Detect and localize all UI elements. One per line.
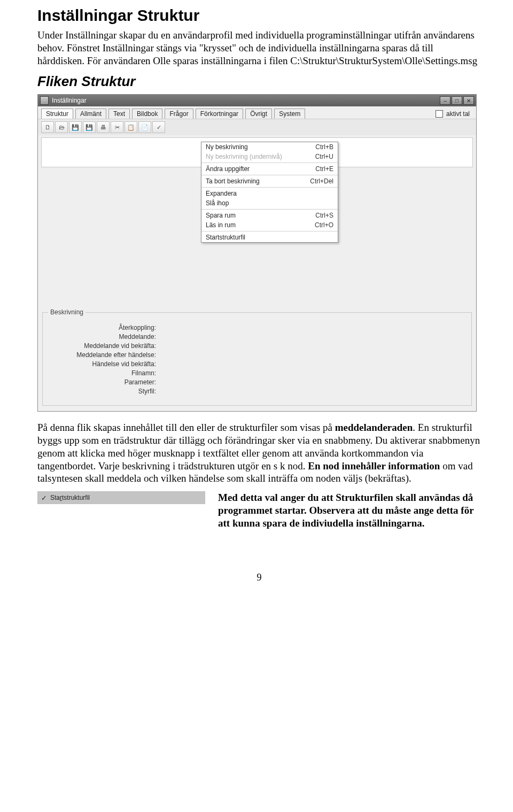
label-parameter: Parameter: (49, 378, 159, 386)
page-number: 9 (37, 572, 481, 583)
tab-fragor[interactable]: Frågor (165, 109, 193, 119)
cm-label: Läs in rum (206, 221, 315, 229)
label-meddelande-bekrafta: Meddelande vid bekräfta: (49, 342, 159, 350)
label-aterkoppling: Återkoppling: (49, 324, 159, 331)
cm-label: Spara rum (206, 212, 315, 219)
cm-label: Ändra uppgifter (206, 165, 315, 173)
toolbar: 🗋 🗁 💾 💾 🖶 ✂ 📋 📄 ✓ (38, 119, 476, 135)
tab-forkortningar[interactable]: Förkortningar (196, 109, 243, 119)
label-meddelande: Meddelande: (49, 333, 159, 341)
section-heading: Fliken Struktur (37, 73, 481, 90)
check-icon: ✓ (41, 494, 47, 502)
cm-separator (201, 175, 338, 175)
cm-label: Expandera (206, 190, 333, 197)
cm-shortcut: Ctrl+S (315, 212, 333, 219)
window-title: Inställningar (52, 97, 87, 104)
beskrivning-group: Beskrivning Återkoppling: Meddelande: Me… (42, 312, 472, 406)
minimize-button[interactable]: – (440, 96, 450, 105)
cm-spara-rum[interactable]: Spara rum Ctrl+S (201, 211, 338, 220)
tabs-row: Struktur Allmänt Text Bildbok Frågor För… (38, 106, 476, 119)
cm-andra[interactable]: Ändra uppgifter Ctrl+E (201, 164, 338, 174)
page-title: Inställningar Struktur (37, 6, 481, 25)
cm-shortcut: Ctrl+O (315, 221, 333, 229)
option-description: Med detta val anger du att Strukturfilen… (218, 491, 481, 529)
context-menu: Ny beskrivning Ctrl+B Ny beskrivning (un… (201, 142, 338, 243)
startstrukturfil-label: Startstrukturfil (50, 494, 90, 501)
cm-separator (201, 209, 338, 210)
cm-tabort[interactable]: Ta bort beskrivning Ctrl+Del (201, 176, 338, 186)
bold-span: En nod innehåller information (308, 460, 440, 471)
option-row: ✓ Startstrukturfil Med detta val anger d… (37, 491, 481, 529)
cm-separator (201, 231, 338, 231)
cm-ny-beskrivning[interactable]: Ny beskrivning Ctrl+B (201, 142, 338, 152)
cm-separator (201, 187, 338, 188)
tab-allmant[interactable]: Allmänt (75, 109, 106, 119)
check-icon[interactable]: ✓ (152, 121, 165, 133)
tab-ovrigt[interactable]: Övrigt (245, 109, 272, 119)
aktivt-tal-label: aktivt tal (446, 110, 470, 118)
maximize-button[interactable]: □ (452, 96, 462, 105)
cm-las-in-rum[interactable]: Läs in rum Ctrl+O (201, 220, 338, 230)
text-span: På denna flik skapas innehållet till den… (37, 422, 335, 433)
cm-startstrukturfil[interactable]: Startstrukturfil (201, 233, 338, 242)
tab-struktur[interactable]: Struktur (41, 109, 73, 119)
paste-icon[interactable]: 📄 (138, 121, 151, 133)
saveas-icon[interactable]: 💾 (83, 121, 96, 133)
close-button[interactable]: ✕ (463, 96, 474, 105)
tab-system[interactable]: System (274, 109, 305, 119)
tab-text[interactable]: Text (108, 109, 130, 119)
label-styrfil: Styrfil: (49, 388, 159, 395)
cm-shortcut: Ctrl+B (315, 143, 333, 151)
body-paragraph: På denna flik skapas innehållet till den… (37, 421, 481, 485)
print-icon[interactable]: 🖶 (97, 121, 110, 133)
cm-shortcut: Ctrl+E (315, 165, 333, 173)
cm-label: Ny beskrivning (206, 143, 315, 151)
label-handelse-bekrafta: Händelse vid bekräfta: (49, 360, 159, 368)
cm-ny-underniva: Ny beskrivning (undernivå) Ctrl+U (201, 152, 338, 161)
open-icon[interactable]: 🗁 (55, 121, 68, 133)
cm-label: Ta bort beskrivning (206, 177, 310, 185)
label-filnamn: Filnamn: (49, 369, 159, 377)
aktivt-tal-checkbox[interactable] (436, 110, 443, 118)
save-icon[interactable]: 💾 (69, 121, 82, 133)
cm-label: Slå ihop (206, 199, 333, 207)
titlebar: Inställningar – □ ✕ (38, 95, 476, 106)
cm-label: Ny beskrivning (undernivå) (206, 153, 315, 160)
cm-expandera[interactable]: Expandera (201, 189, 338, 198)
tab-bildbok[interactable]: Bildbok (132, 109, 162, 119)
settings-window: Inställningar – □ ✕ Struktur Allmänt Tex… (37, 94, 477, 412)
copy-icon[interactable]: 📋 (125, 121, 137, 133)
intro-paragraph: Under Inställningar skapar du en använda… (37, 29, 481, 67)
cm-label: Startstrukturfil (206, 234, 333, 241)
cm-shortcut: Ctrl+U (315, 153, 333, 160)
startstrukturfil-option[interactable]: ✓ Startstrukturfil (37, 491, 205, 504)
cm-shortcut: Ctrl+Del (310, 177, 333, 185)
cm-sla-ihop[interactable]: Slå ihop (201, 198, 338, 208)
bold-span: meddelanderaden (335, 422, 413, 433)
cut-icon[interactable]: ✂ (111, 121, 123, 133)
label-meddelande-efter: Meddelande efter händelse: (49, 351, 159, 359)
group-legend: Beskrivning (48, 308, 86, 316)
app-icon (40, 96, 49, 105)
cm-separator (201, 163, 338, 163)
new-icon[interactable]: 🗋 (41, 121, 54, 133)
